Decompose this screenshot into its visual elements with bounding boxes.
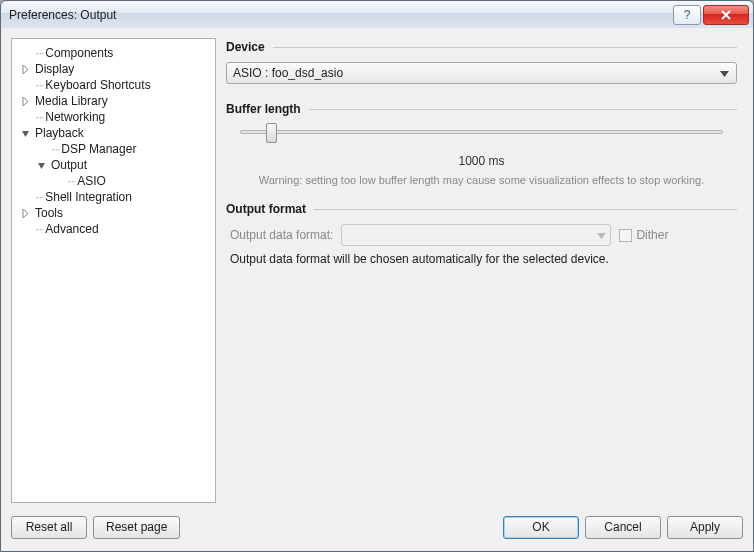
- tree-item-networking[interactable]: ····Networking: [14, 109, 213, 125]
- buffer-slider[interactable]: [240, 130, 723, 134]
- output-format-note: Output data format will be chosen automa…: [230, 252, 733, 266]
- titlebar-buttons: ?: [671, 5, 749, 25]
- buffer-value-label: 1000 ms: [240, 154, 723, 168]
- chevron-right-icon[interactable]: [20, 208, 31, 219]
- window-title: Preferences: Output: [9, 8, 671, 22]
- output-format-select: [341, 224, 611, 246]
- buffer-slider-wrap: 1000 ms: [226, 124, 737, 170]
- buffer-warning: Warning: setting too low buffer length m…: [226, 174, 737, 186]
- output-format-row: Output data format: Dither: [230, 224, 733, 246]
- device-group-title: Device: [226, 40, 737, 54]
- tree-item-components[interactable]: ····Components: [14, 45, 213, 61]
- checkbox-icon: [619, 229, 632, 242]
- format-group-title: Output format: [226, 202, 737, 216]
- tree-item-output[interactable]: Output: [14, 157, 213, 173]
- reset-all-button[interactable]: Reset all: [11, 516, 87, 539]
- tree-item-dsp-manager[interactable]: ····DSP Manager: [14, 141, 213, 157]
- tree-item-display[interactable]: Display: [14, 61, 213, 77]
- tree-item-asio[interactable]: ····ASIO: [14, 173, 213, 189]
- tree-item-keyboard-shortcuts[interactable]: ····Keyboard Shortcuts: [14, 77, 213, 93]
- button-row: Reset all Reset page OK Cancel Apply: [11, 513, 743, 541]
- chevron-right-icon[interactable]: [20, 96, 31, 107]
- help-icon: ?: [682, 9, 692, 21]
- buffer-slider-thumb[interactable]: [266, 123, 277, 143]
- cancel-button[interactable]: Cancel: [585, 516, 661, 539]
- device-selected-value: ASIO : foo_dsd_asio: [233, 66, 716, 80]
- tree-item-media-library[interactable]: Media Library: [14, 93, 213, 109]
- chevron-down-icon[interactable]: [20, 128, 31, 139]
- preferences-window: Preferences: Output ? ····Components Dis…: [0, 0, 754, 552]
- output-panel: Device ASIO : foo_dsd_asio Buffer length…: [226, 38, 743, 503]
- svg-text:?: ?: [684, 9, 691, 21]
- output-format-label: Output data format:: [230, 228, 333, 242]
- chevron-down-icon: [597, 228, 606, 242]
- reset-page-button[interactable]: Reset page: [93, 516, 180, 539]
- content-row: ····Components Display ····Keyboard Shor…: [11, 38, 743, 503]
- buffer-group-title: Buffer length: [226, 102, 737, 116]
- apply-button[interactable]: Apply: [667, 516, 743, 539]
- help-button[interactable]: ?: [673, 5, 701, 25]
- chevron-right-icon[interactable]: [20, 64, 31, 75]
- dither-label: Dither: [636, 228, 668, 242]
- chevron-down-icon: [716, 66, 732, 80]
- tree-item-tools[interactable]: Tools: [14, 205, 213, 221]
- client-area: ····Components Display ····Keyboard Shor…: [1, 28, 753, 551]
- preferences-tree[interactable]: ····Components Display ····Keyboard Shor…: [11, 38, 216, 503]
- titlebar[interactable]: Preferences: Output ?: [1, 1, 753, 29]
- close-icon: [720, 10, 732, 20]
- tree-item-shell-integration[interactable]: ····Shell Integration: [14, 189, 213, 205]
- device-combobox[interactable]: ASIO : foo_dsd_asio: [226, 62, 737, 84]
- close-button[interactable]: [703, 5, 749, 25]
- ok-button[interactable]: OK: [503, 516, 579, 539]
- tree-item-playback[interactable]: Playback: [14, 125, 213, 141]
- chevron-down-icon[interactable]: [36, 160, 47, 171]
- tree-item-advanced[interactable]: ····Advanced: [14, 221, 213, 237]
- dither-checkbox: Dither: [619, 228, 668, 242]
